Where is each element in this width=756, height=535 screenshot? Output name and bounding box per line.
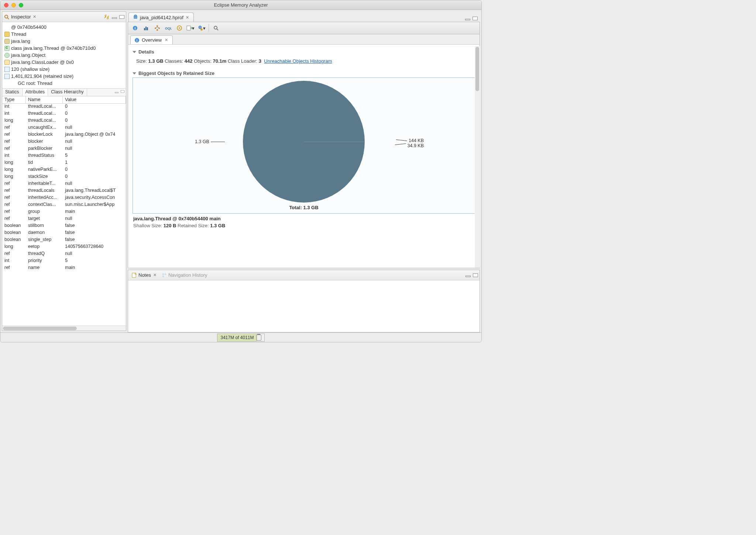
- inspector-row[interactable]: java.lang.Object: [4, 52, 124, 59]
- run-report-icon[interactable]: ▾: [186, 24, 195, 32]
- attribute-row[interactable]: refgroupmain: [2, 209, 126, 216]
- search-icon[interactable]: [212, 24, 220, 32]
- info-icon: i: [134, 38, 140, 43]
- attribute-row[interactable]: longeetop140575663728640: [2, 244, 126, 251]
- inspector-row[interactable]: 1,401,821,904 (retained size): [4, 73, 124, 80]
- close-view-icon[interactable]: ✕: [32, 14, 37, 19]
- column-value[interactable]: Value: [63, 96, 126, 103]
- attribute-row[interactable]: refcontextClas...sun.misc.Launcher$App: [2, 202, 126, 209]
- inspector-tab-attributes[interactable]: Attributes: [23, 89, 48, 96]
- attribute-row[interactable]: refparkBlockernull: [2, 146, 126, 153]
- column-type[interactable]: Type: [2, 96, 26, 103]
- attribute-row[interactable]: longthreadLocal...0: [2, 118, 126, 125]
- inspector-row[interactable]: Thread: [4, 31, 124, 38]
- attribute-row[interactable]: intpriority5: [2, 258, 126, 265]
- maximize-editor-icon[interactable]: [472, 17, 478, 20]
- svg-rect-17: [187, 26, 190, 30]
- class-icon: [4, 46, 10, 51]
- inspector-row-text: java.lang.ClassLoader @ 0x0: [11, 59, 74, 65]
- inspector-tab-statics[interactable]: Statics: [2, 89, 23, 96]
- pie-label-small: 144 KB 34.9 KB: [395, 138, 424, 148]
- attr-type: long: [2, 160, 26, 167]
- oql-icon[interactable]: OQL: [164, 24, 172, 32]
- attr-name: stackSize: [26, 174, 63, 181]
- attribute-row[interactable]: longnativeParkE...0: [2, 167, 126, 174]
- svg-point-18: [199, 26, 202, 29]
- link-with-editor-icon[interactable]: [104, 14, 110, 20]
- svg-rect-10: [157, 25, 158, 27]
- attr-type: boolean: [2, 237, 26, 244]
- attr-value: null: [63, 146, 126, 153]
- svg-rect-9: [147, 27, 148, 30]
- attribute-row[interactable]: refuncaughtEx...null: [2, 125, 126, 132]
- details-section-header[interactable]: Details: [133, 48, 475, 56]
- attr-name: uncaughtEx...: [26, 125, 63, 132]
- heap-status[interactable]: 3417M of 4011M: [217, 334, 264, 342]
- minimize-notes-icon[interactable]: [465, 276, 471, 277]
- attribute-row[interactable]: refnamemain: [2, 265, 126, 272]
- attr-type: ref: [2, 202, 26, 209]
- attribute-row[interactable]: booleanstillbornfalse: [2, 223, 126, 230]
- attribute-row[interactable]: intthreadStatus5: [2, 153, 126, 160]
- inspector-row[interactable]: @ 0x740b54400: [4, 24, 124, 31]
- notes-tab[interactable]: Notes ✕: [130, 272, 159, 279]
- attribute-row[interactable]: longstackSize0: [2, 174, 126, 181]
- attribute-row[interactable]: intthreadLocal...0: [2, 104, 126, 111]
- close-overview-icon[interactable]: ✕: [164, 38, 169, 42]
- overview-toolbar-icon[interactable]: i: [131, 24, 139, 32]
- vertical-scrollbar[interactable]: [475, 46, 480, 268]
- dominator-tree-icon[interactable]: [153, 24, 161, 32]
- inspector-row[interactable]: java.lang.ClassLoader @ 0x0: [4, 59, 124, 66]
- minimize-view-icon[interactable]: [112, 17, 117, 19]
- attr-type: ref: [2, 195, 26, 202]
- inspector-row[interactable]: class java.lang.Thread @ 0x740b710d0: [4, 45, 124, 52]
- overview-tab[interactable]: i Overview ✕: [130, 35, 173, 44]
- inspector-row[interactable]: GC root: Thread: [4, 80, 124, 87]
- minimize-tab-icon[interactable]: [115, 92, 118, 93]
- attr-name: inheritedAcc...: [26, 195, 63, 202]
- gc-trash-icon[interactable]: [256, 335, 261, 341]
- inspector-row-text: 120 (shallow size): [11, 66, 49, 72]
- close-editor-icon[interactable]: ✕: [185, 15, 190, 20]
- attribute-row[interactable]: booleansingle_stepfalse: [2, 237, 126, 244]
- attr-name: blocker: [26, 139, 63, 146]
- editor-tab[interactable]: java_pid64142.hprof ✕: [128, 13, 194, 22]
- attribute-row[interactable]: intthreadLocal...0: [2, 111, 126, 118]
- inspector-row-text: GC root: Thread: [18, 80, 52, 86]
- attr-name: blockerLock: [26, 132, 63, 139]
- minimize-editor-icon[interactable]: [465, 19, 470, 20]
- histogram-icon[interactable]: [142, 24, 150, 32]
- heap-status-text: 3417M of 4011M: [220, 335, 254, 340]
- attribute-row[interactable]: refthreadQnull: [2, 251, 126, 258]
- inspector-row[interactable]: java.lang: [4, 38, 124, 45]
- column-name[interactable]: Name: [26, 96, 63, 103]
- maximize-notes-icon[interactable]: [473, 273, 478, 277]
- query-browser-icon[interactable]: ▾: [197, 24, 206, 32]
- nav-history-tab[interactable]: Navigation History: [159, 272, 210, 279]
- attribute-row[interactable]: reftargetnull: [2, 216, 126, 223]
- obj-icon: [4, 53, 10, 58]
- svg-rect-4: [134, 16, 137, 18]
- inspector-tab-class-hierarchy[interactable]: Class Hierarchy: [48, 89, 87, 96]
- attr-type: ref: [2, 209, 26, 216]
- attr-value: null: [63, 216, 126, 223]
- maximize-tab-icon[interactable]: [121, 90, 124, 93]
- attribute-row[interactable]: refblockernull: [2, 139, 126, 146]
- attribute-row[interactable]: booleandaemonfalse: [2, 230, 126, 237]
- thread-overview-icon[interactable]: [175, 24, 183, 32]
- close-notes-icon[interactable]: ✕: [152, 273, 157, 277]
- attribute-row[interactable]: refthreadLocalsjava.lang.ThreadLocal$T: [2, 188, 126, 195]
- attr-value: 0: [63, 111, 126, 118]
- attribute-row[interactable]: refinheritedAcc...java.security.AccessCo…: [2, 195, 126, 202]
- horizontal-scrollbar[interactable]: [2, 325, 126, 331]
- unreachable-link[interactable]: Unreachable Objects Histogram: [264, 58, 332, 64]
- pie-chart[interactable]: 1.3 GB 144 KB 34.9 KB Total: 1.3 GB: [133, 77, 475, 214]
- inspector-row[interactable]: 120 (shallow size): [4, 66, 124, 73]
- editor-tab-title: java_pid64142.hprof: [140, 15, 183, 20]
- attribute-row[interactable]: refblockerLockjava.lang.Object @ 0x74: [2, 132, 126, 139]
- biggest-section-header[interactable]: Biggest Objects by Retained Size: [133, 69, 475, 77]
- attribute-row[interactable]: refinheritableT...null: [2, 181, 126, 188]
- attribute-row[interactable]: longtid1: [2, 160, 126, 167]
- svg-point-19: [200, 28, 203, 31]
- maximize-view-icon[interactable]: [119, 15, 124, 19]
